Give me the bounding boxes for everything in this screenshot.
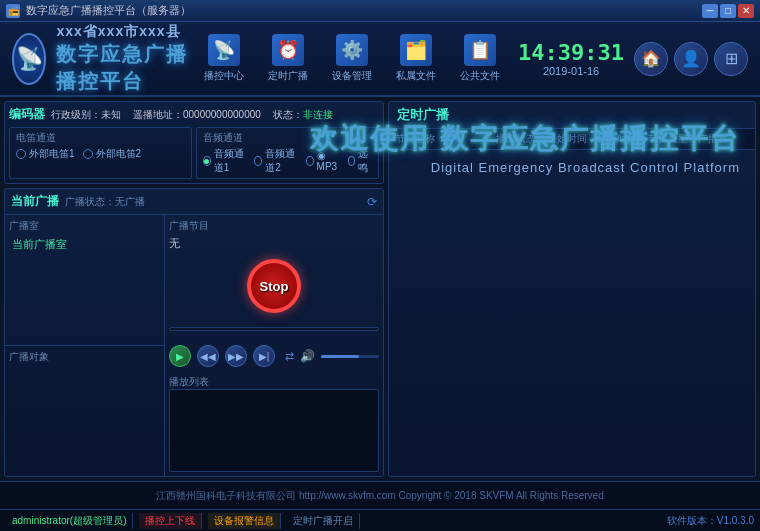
status-alert1: 播控上下线 — [139, 513, 202, 529]
user-label: administrator(超级管理员) — [12, 514, 126, 528]
stop-button[interactable]: Stop — [247, 259, 301, 313]
date-display: 2019-01-16 — [543, 65, 599, 77]
address-label: 遥播地址：00000000000000 — [133, 108, 261, 122]
loop-icon: ⇄ — [285, 350, 294, 363]
nav-item-timer[interactable]: ⏰ 定时广播 — [260, 30, 316, 87]
title-bar: 📻 数字应急广播播控平台（服务器） ─ □ ✕ — [0, 0, 760, 22]
queue-section: 广播对象 — [5, 346, 164, 476]
end-button[interactable]: ▶| — [253, 345, 275, 367]
radio-label-audio1: 音频通道1 — [214, 147, 247, 175]
maximize-button[interactable]: □ — [720, 4, 736, 18]
app-icon: 📻 — [6, 4, 20, 18]
stop-button-wrap: Stop — [169, 259, 379, 313]
window-controls: ─ □ ✕ — [702, 4, 754, 18]
status-bar: administrator(超级管理员) 播控上下线 设备报警信息 定时广播开启… — [0, 509, 760, 531]
encoder-info: 行政级别：未知 遥播地址：00000000000000 状态：非连接 — [51, 108, 333, 122]
radio-electric1[interactable]: 外部电笛1 — [16, 147, 75, 161]
home-button[interactable]: 🏠 — [634, 42, 668, 76]
version-label: 软件版本：V1.0.3.0 — [667, 515, 754, 526]
header-title-block: xxx省xxx市xxx县 数字应急广播播控平台 — [56, 23, 196, 95]
header-title-line2: 数字应急广播播控平台 — [56, 41, 196, 95]
time-display: 14:39:31 — [518, 40, 624, 65]
logo-icon: 📡 — [12, 33, 46, 85]
source-label: 广播室 — [9, 219, 160, 233]
progress-bar-wrap — [169, 327, 379, 335]
header-logo: 📡 xxx省xxx市xxx县 数字应急广播播控平台 — [12, 23, 196, 95]
play-button[interactable]: ▶ — [169, 345, 191, 367]
nav-label-public-file: 公共文件 — [460, 69, 500, 83]
radio-label-electric2: 外部电笛2 — [96, 147, 142, 161]
program-value: 无 — [169, 236, 379, 251]
nav-item-private-file[interactable]: 🗂️ 私属文件 — [388, 30, 444, 87]
tower-icon: 📡 — [208, 34, 240, 66]
broadcast-body: 广播室 当前广播室 广播对象 广播节目 无 Stop — [5, 215, 383, 476]
footer: 江西赣州国科电子科技有限公司 http://www.skvfm.com Copy… — [0, 481, 760, 509]
window-title: 数字应急广播播控平台（服务器） — [26, 3, 191, 18]
source-item[interactable]: 当前广播室 — [9, 236, 160, 253]
volume-icon: 🔊 — [300, 349, 315, 363]
program-label: 广播节目 — [169, 219, 379, 233]
file-icon: 🗂️ — [400, 34, 432, 66]
footer-copyright: 江西赣州国科电子科技有限公司 http://www.skvfm.com Copy… — [8, 489, 752, 503]
source-section: 广播室 当前广播室 — [5, 215, 164, 346]
header: 📡 xxx省xxx市xxx县 数字应急广播播控平台 📡 播控中心 ⏰ 定时广播 … — [0, 22, 760, 97]
status-alert2: 设备报警信息 — [208, 513, 281, 529]
radio-label-electric1: 外部电笛1 — [29, 147, 75, 161]
minimize-button[interactable]: ─ — [702, 4, 718, 18]
queue-label: 广播对象 — [9, 350, 160, 364]
radio-audio1[interactable]: 音频通道1 — [203, 147, 246, 175]
electric-channel-title: 电笛通道 — [16, 131, 185, 145]
welcome-sub: Digital Emergency Broadcast Control Plat… — [310, 160, 740, 175]
electric-channel-options: 外部电笛1 外部电笛2 — [16, 147, 185, 161]
radio-dot-electric2 — [83, 149, 93, 159]
player-controls: ▶ ◀◀ ▶▶ ▶| ⇄ 🔊 — [169, 345, 379, 367]
title-bar-left: 📻 数字应急广播播控平台（服务器） — [6, 3, 191, 18]
address-value: 00000000000000 — [183, 109, 261, 120]
nav-label-device: 设备管理 — [332, 69, 372, 83]
close-button[interactable]: ✕ — [738, 4, 754, 18]
playlist-label: 播放列表 — [169, 375, 379, 389]
nav-item-device[interactable]: ⚙️ 设备管理 — [324, 30, 380, 87]
nav-item-public-file[interactable]: 📋 公共文件 — [452, 30, 508, 87]
broadcast-section: 当前广播 广播状态：无广播 ⟳ 广播室 当前广播室 广播对象 广播节目 无 — [4, 188, 384, 477]
nav-item-tower[interactable]: 📡 播控中心 — [196, 30, 252, 87]
welcome-section: 欢迎使用 数字应急广播播控平台 Digital Emergency Broadc… — [310, 120, 740, 175]
electric-channel-group: 电笛通道 外部电笛1 外部电笛2 — [9, 127, 192, 179]
broadcast-right: 广播节目 无 Stop ▶ ◀◀ ▶ — [165, 215, 383, 476]
action-label: 行政级别：未知 — [51, 108, 121, 122]
radio-audio2[interactable]: 音频通道2 — [254, 147, 297, 175]
radio-dot-audio1 — [203, 156, 211, 166]
stop-label: Stop — [260, 279, 289, 294]
main-content: 欢迎使用 数字应急广播播控平台 Digital Emergency Broadc… — [0, 97, 760, 481]
table-body — [389, 150, 755, 476]
broadcast-header: 当前广播 广播状态：无广播 ⟳ — [5, 189, 383, 215]
public-icon: 📋 — [464, 34, 496, 66]
radio-label-audio2: 音频通道2 — [265, 147, 298, 175]
status-value: 非连接 — [303, 109, 333, 120]
header-nav: 📡 播控中心 ⏰ 定时广播 ⚙️ 设备管理 🗂️ 私属文件 📋 公共文件 — [196, 30, 508, 87]
nav-label-timer: 定时广播 — [268, 69, 308, 83]
grid-button[interactable]: ⊞ — [714, 42, 748, 76]
volume-slider[interactable] — [321, 355, 379, 358]
header-icons: 🏠 👤 ⊞ — [634, 42, 748, 76]
refresh-icon[interactable]: ⟳ — [367, 195, 377, 209]
status-scheduled: 定时广播开启 — [287, 513, 360, 529]
user-button[interactable]: 👤 — [674, 42, 708, 76]
action-value: 未知 — [101, 109, 121, 120]
welcome-main: 欢迎使用 数字应急广播播控平台 — [310, 120, 740, 158]
radio-dot-electric1 — [16, 149, 26, 159]
nav-label-tower: 播控中心 — [204, 69, 244, 83]
radio-dot-audio2 — [254, 156, 262, 166]
next-button[interactable]: ▶▶ — [225, 345, 247, 367]
prev-button[interactable]: ◀◀ — [197, 345, 219, 367]
timer-icon: ⏰ — [272, 34, 304, 66]
volume-fill — [321, 355, 359, 358]
playlist-area — [169, 389, 379, 472]
status-version: 软件版本：V1.0.3.0 — [667, 514, 754, 528]
status-user: administrator(超级管理员) — [6, 513, 133, 529]
broadcast-title: 当前广播 — [11, 193, 59, 210]
radio-electric2[interactable]: 外部电笛2 — [83, 147, 142, 161]
header-time-block: 14:39:31 2019-01-16 — [518, 40, 624, 77]
progress-track — [169, 327, 379, 331]
broadcast-status: 广播状态：无广播 — [65, 195, 145, 209]
